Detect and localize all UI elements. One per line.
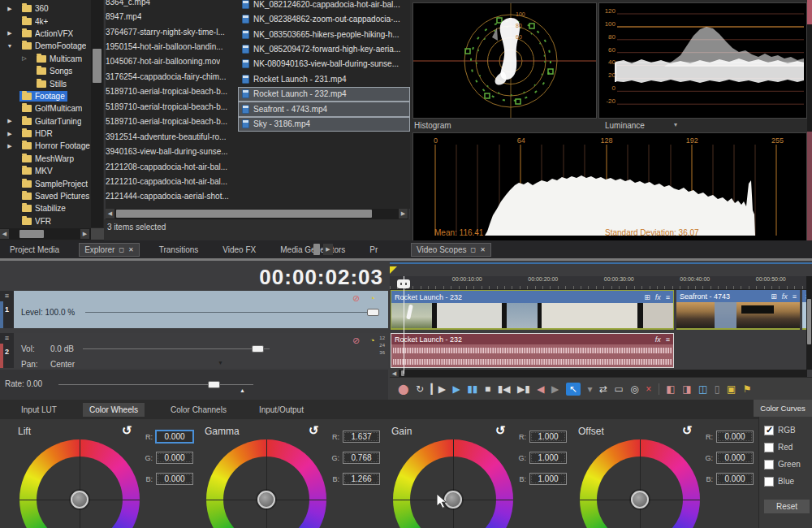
clip-header[interactable]: Rocket Launch - 232 ⊞ fx ≡ bbox=[391, 291, 673, 303]
tree-item[interactable]: ▶ Horror Footage bbox=[0, 140, 104, 152]
wheel-center-knob[interactable] bbox=[257, 491, 275, 509]
file-item[interactable]: Sky - 3186.mp4 bbox=[238, 117, 410, 132]
tab-scroll-right-icon[interactable]: ▶ bbox=[323, 244, 333, 255]
curves-reset-button[interactable]: Reset bbox=[764, 500, 810, 513]
b-value-field[interactable]: 1.000 bbox=[529, 473, 567, 485]
r-value-field[interactable]: 1.000 bbox=[529, 431, 567, 443]
timeline-hscrollbar[interactable]: ◀ bbox=[390, 370, 807, 377]
color-wheel[interactable] bbox=[393, 439, 513, 528]
b-value-field[interactable]: 0.000 bbox=[716, 473, 754, 485]
b-value-field[interactable]: 0.000 bbox=[156, 473, 193, 485]
tree-hscrollbar[interactable]: ◀ ▶ bbox=[0, 228, 91, 240]
file-item[interactable]: 5189710-aerial-tropical-beach-b... bbox=[106, 99, 238, 114]
r-value-field[interactable]: 0.000 bbox=[156, 431, 193, 443]
scroll-left-icon[interactable]: ◀ bbox=[390, 370, 399, 377]
playhead-handle[interactable] bbox=[397, 279, 410, 288]
file-item[interactable]: NK_085209472-forward-high-key-aeria... bbox=[238, 41, 410, 56]
stop-icon[interactable]: ■ bbox=[485, 384, 490, 394]
play-from-start-icon[interactable]: ▎▶ bbox=[431, 384, 446, 394]
tree-item[interactable]: Stills bbox=[0, 77, 104, 89]
close-icon[interactable]: ✕ bbox=[128, 246, 134, 253]
file-item[interactable]: 8947.mp4 bbox=[106, 9, 238, 24]
file-item[interactable]: NK_083503665-hikers-people-hiking-h... bbox=[238, 27, 410, 41]
file-item[interactable]: Seafront - 4743.mp4 bbox=[238, 102, 410, 116]
r-value-field[interactable]: 1.637 bbox=[343, 431, 380, 443]
next-frame-icon[interactable]: ▶ bbox=[551, 384, 559, 394]
dock-tab[interactable]: Video FX ◻ ✕ bbox=[218, 243, 261, 257]
prev-frame-icon[interactable]: ◀ bbox=[537, 384, 544, 394]
filelist-hscrollbar-thumb[interactable] bbox=[116, 210, 372, 218]
tree-expand-icon[interactable]: ▶ bbox=[0, 131, 19, 137]
tree-item[interactable]: VFR bbox=[0, 215, 104, 227]
wheel-center-knob[interactable] bbox=[71, 491, 89, 509]
close-icon[interactable]: ✕ bbox=[480, 246, 486, 253]
file-item[interactable]: 3912514-adventure-beautiful-ro... bbox=[106, 129, 238, 144]
play-icon[interactable]: ▶ bbox=[452, 384, 460, 394]
timeline-vscrollbar-thumb[interactable] bbox=[807, 299, 811, 344]
tree-item[interactable]: Footage bbox=[0, 90, 104, 102]
trim-end-icon[interactable]: ◨ bbox=[682, 384, 691, 394]
go-to-start-icon[interactable]: ▮◀ bbox=[498, 384, 511, 394]
luminance-dropdown[interactable]: Luminance bbox=[605, 121, 645, 130]
file-item[interactable]: 5189710-aerial-tropical-beach-b... bbox=[106, 84, 238, 99]
lock-icon[interactable]: ▣ bbox=[727, 384, 736, 394]
reset-wheel-button[interactable]: ↺ bbox=[122, 423, 132, 438]
playhead-line[interactable] bbox=[404, 276, 404, 374]
toolbar-separator[interactable] bbox=[659, 383, 659, 395]
vol-slider-handle[interactable] bbox=[252, 345, 264, 353]
scroll-right-icon[interactable]: ▶ bbox=[399, 209, 408, 219]
zoom-edit-tool[interactable]: ◎ bbox=[630, 384, 638, 394]
scroll-left-icon[interactable]: ◀ bbox=[106, 209, 114, 219]
tree-item[interactable]: Saved Pictures bbox=[0, 190, 104, 202]
wheel-center-knob[interactable] bbox=[631, 491, 649, 509]
dock-icon[interactable]: ◻ bbox=[471, 246, 477, 253]
audio-clip-rocket-launch[interactable]: Rocket Launch - 232 fx ≡ bbox=[391, 333, 674, 368]
file-item[interactable]: 3940163-view-ball-during-sunse... bbox=[106, 144, 238, 158]
dock-tab-video-scopes[interactable]: Video Scopes ◻ ✕ bbox=[411, 243, 491, 257]
g-value-field[interactable]: 0.000 bbox=[156, 452, 193, 464]
automation-icon[interactable]: ◔ bbox=[369, 336, 375, 345]
tree-expand-icon[interactable]: ▶ bbox=[0, 143, 19, 149]
tree-item[interactable]: GolfMulticam bbox=[0, 102, 104, 115]
tree-item[interactable]: Songs bbox=[0, 65, 104, 77]
event-fx-icon[interactable]: fx bbox=[782, 292, 788, 301]
tree-expand-icon[interactable]: ▶ bbox=[0, 6, 19, 12]
clip-header[interactable]: Rocket Launch - 232 fx ≡ bbox=[391, 334, 673, 344]
g-value-field[interactable]: 0.768 bbox=[343, 452, 380, 464]
level-slider[interactable] bbox=[85, 312, 369, 313]
pan-crop-icon[interactable]: ⊞ bbox=[644, 293, 650, 301]
r-value-field[interactable]: 0.000 bbox=[716, 431, 754, 443]
dock-tab[interactable]: Transitions ◻ ✕ bbox=[154, 243, 204, 257]
dock-icon[interactable]: ◻ bbox=[119, 246, 124, 253]
tree-item[interactable]: ▼ DemoFootage bbox=[0, 40, 104, 52]
clip-menu-icon[interactable]: ≡ bbox=[666, 293, 670, 301]
b-value-field[interactable]: 1.266 bbox=[343, 473, 380, 485]
reset-wheel-button[interactable]: ↺ bbox=[682, 423, 693, 438]
tree-vscrollbar[interactable] bbox=[91, 0, 103, 227]
normal-edit-tool[interactable]: ↖ bbox=[566, 383, 581, 396]
timeline-ruler[interactable]: 00:00:10:0000:00:20:0000:00:30:0000:00:4… bbox=[390, 276, 812, 290]
file-item[interactable]: NK_082124620-cappadocia-hot-air-bal... bbox=[238, 0, 410, 11]
file-item[interactable]: 2121210-cappadocia-hot-air-bal... bbox=[106, 174, 238, 188]
reset-wheel-button[interactable]: ↺ bbox=[309, 423, 319, 438]
dock-tab[interactable]: Project Media ◻ ✕ bbox=[5, 243, 64, 257]
tree-expand-icon[interactable]: ▶ bbox=[0, 118, 19, 124]
g-value-field[interactable]: 1.000 bbox=[529, 452, 567, 464]
file-item[interactable]: Rocket Launch - 232.mp4 bbox=[238, 87, 410, 102]
file-item[interactable]: 3176254-cappadocia-fairy-chim... bbox=[106, 69, 238, 84]
marker-wedge-icon[interactable] bbox=[390, 266, 397, 274]
marker-icon[interactable]: ⚑ bbox=[743, 384, 752, 394]
pan-crop-icon[interactable]: ⊞ bbox=[771, 292, 777, 301]
color-grading-tab[interactable]: Input LUT bbox=[15, 403, 63, 417]
file-item[interactable]: Rocket Launch - 231.mp4 bbox=[238, 71, 410, 86]
color-grading-tab[interactable]: Color Wheels bbox=[83, 403, 145, 417]
vol-slider[interactable] bbox=[83, 348, 270, 349]
tree-item[interactable]: ▶ 360 bbox=[0, 2, 104, 15]
clip-menu-icon[interactable]: ≡ bbox=[793, 292, 797, 301]
track-menu-icon[interactable]: ≡ bbox=[0, 291, 14, 301]
video-track-header[interactable]: ≡ 1 Level: 100.0 % ⊘ ◔ bbox=[0, 291, 388, 328]
file-item[interactable]: 1045067-hot-air-ballooning.mov bbox=[106, 54, 238, 69]
scroll-right-icon[interactable]: ▶ bbox=[80, 229, 89, 239]
automation-icon[interactable]: ◔ bbox=[369, 294, 375, 303]
tree-item[interactable]: Stabilize bbox=[0, 202, 104, 214]
